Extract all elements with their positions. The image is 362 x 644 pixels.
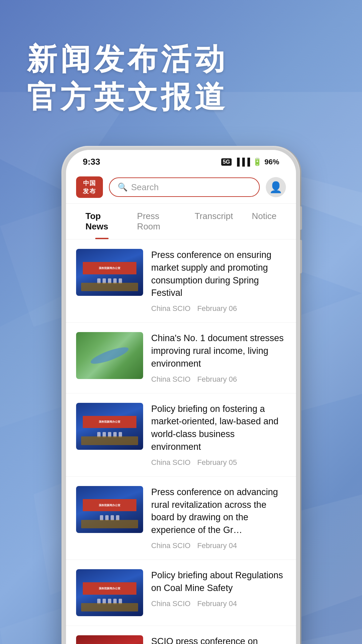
network-indicator: 5G <box>221 158 232 166</box>
phone-frame: 9:33 5G ▐▐▐ 🔋 96% 中国 发布 🔍 Search <box>62 146 300 644</box>
news-thumbnail: 国务院新闻办公室 <box>76 635 143 644</box>
news-title: China's No. 1 document stresses improvin… <box>151 332 286 370</box>
news-source: China SCIO <box>151 304 190 313</box>
news-thumbnail: 国务院新闻办公室 <box>76 569 143 616</box>
news-title: Press conference on advancing rural revi… <box>151 486 286 537</box>
news-thumbnail: 国务院新闻办公室 <box>76 249 143 296</box>
phone-device: 9:33 5G ▐▐▐ 🔋 96% 中国 发布 🔍 Search <box>0 146 362 644</box>
tabs-navigation: Top News Press Room Transcript Notice <box>66 204 296 239</box>
news-source: China SCIO <box>151 599 190 608</box>
news-thumbnail: 国务院新闻办公室 <box>76 486 143 533</box>
news-thumbnail <box>76 332 143 379</box>
search-icon: 🔍 <box>118 182 128 192</box>
news-content: Press conference on ensuring market supp… <box>151 249 286 313</box>
news-item[interactable]: 国务院新闻办公室 Policy briefing on fostering a … <box>66 393 296 477</box>
status-time: 9:33 <box>83 157 100 167</box>
news-list: 国务院新闻办公室 Press conference on ensuring ma… <box>66 239 296 644</box>
news-date: February 04 <box>197 541 237 550</box>
news-item[interactable]: China's No. 1 document stresses improvin… <box>66 323 296 393</box>
news-meta: China SCIO February 05 <box>151 458 286 467</box>
logo-top-text: 中国 <box>83 179 96 187</box>
status-icons: 5G ▐▐▐ 🔋 96% <box>221 158 279 166</box>
tab-top-news[interactable]: Top News <box>76 204 128 239</box>
logo-bottom-text: 发布 <box>83 187 96 195</box>
news-meta: China SCIO February 04 <box>151 599 286 608</box>
news-content: SCIO press conference on performance of … <box>151 635 286 644</box>
tab-press-room[interactable]: Press Room <box>128 204 185 239</box>
user-avatar-icon: 👤 <box>269 181 283 194</box>
news-item[interactable]: 国务院新闻办公室 SCIO press conference on perfor… <box>66 626 296 644</box>
avatar-button[interactable]: 👤 <box>266 177 286 197</box>
news-content: Policy briefing about Regulations on Coa… <box>151 569 286 616</box>
news-source: China SCIO <box>151 375 190 384</box>
news-date: February 06 <box>197 304 237 313</box>
news-meta: China SCIO February 06 <box>151 304 286 313</box>
news-source: China SCIO <box>151 541 190 550</box>
tab-notice[interactable]: Notice <box>242 204 286 239</box>
app-bar: 中国 发布 🔍 Search 👤 <box>66 171 296 204</box>
news-content: Policy briefing on fostering a market-or… <box>151 403 286 467</box>
search-placeholder-text: Search <box>131 182 159 193</box>
header-title-line1: 新闻发布活动 <box>27 40 335 78</box>
tab-transcript[interactable]: Transcript <box>185 204 243 239</box>
battery-icon: 🔋 <box>253 158 262 166</box>
news-item[interactable]: 国务院新闻办公室 Policy briefing about Regulatio… <box>66 560 296 626</box>
signal-bars: ▐▐▐ <box>234 158 250 166</box>
app-logo[interactable]: 中国 发布 <box>76 176 103 198</box>
news-date: February 05 <box>197 458 237 467</box>
news-date: February 04 <box>197 599 237 608</box>
search-bar[interactable]: 🔍 Search <box>109 177 260 197</box>
status-bar: 9:33 5G ▐▐▐ 🔋 96% <box>66 150 296 171</box>
news-title: Policy briefing on fostering a market-or… <box>151 403 286 453</box>
header-section: 新闻发布活动 官方英文报道 <box>0 0 362 136</box>
news-date: February 06 <box>197 375 237 384</box>
news-title: SCIO press conference on performance of … <box>151 635 286 644</box>
header-title-line2: 官方英文报道 <box>27 78 335 116</box>
news-content: China's No. 1 document stresses improvin… <box>151 332 286 383</box>
news-meta: China SCIO February 04 <box>151 541 286 550</box>
news-source: China SCIO <box>151 458 190 467</box>
news-item[interactable]: 国务院新闻办公室 Press conference on ensuring ma… <box>66 239 296 323</box>
phone-screen: 9:33 5G ▐▐▐ 🔋 96% 中国 发布 🔍 Search <box>66 150 296 644</box>
news-meta: China SCIO February 06 <box>151 375 286 384</box>
news-title: Policy briefing about Regulations on Coa… <box>151 569 286 595</box>
news-item[interactable]: 国务院新闻办公室 Press conference on advancing r… <box>66 477 296 560</box>
news-content: Press conference on advancing rural revi… <box>151 486 286 550</box>
news-title: Press conference on ensuring market supp… <box>151 249 286 300</box>
battery-level: 96% <box>264 158 279 166</box>
news-thumbnail: 国务院新闻办公室 <box>76 403 143 450</box>
